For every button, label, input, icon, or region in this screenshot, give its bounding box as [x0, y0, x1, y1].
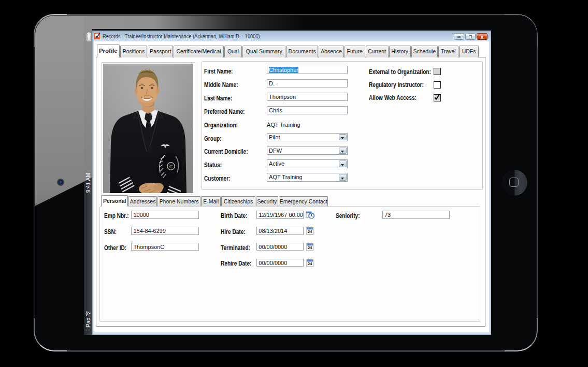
- svg-text:C: C: [169, 164, 173, 169]
- svg-text:24: 24: [307, 261, 312, 266]
- svg-text:24: 24: [307, 245, 312, 250]
- svg-text:24: 24: [307, 229, 312, 234]
